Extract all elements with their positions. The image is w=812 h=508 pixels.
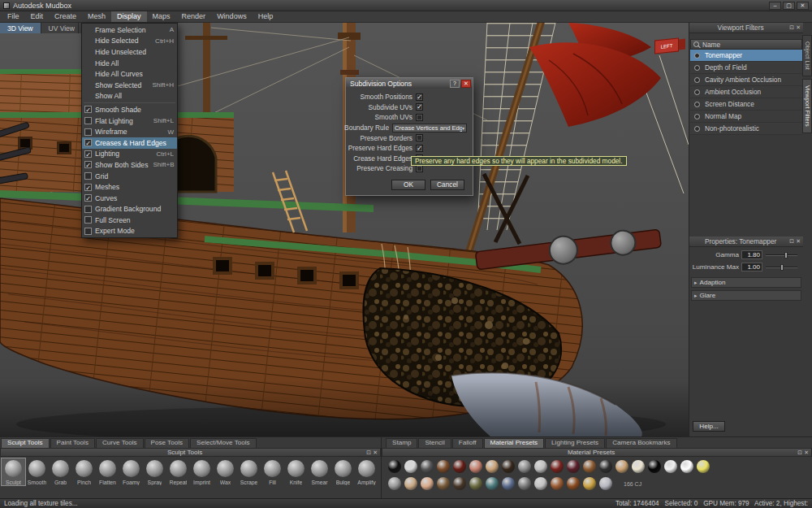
section-glare[interactable]: ▸Glare xyxy=(691,290,801,301)
tool-imprint[interactable]: Imprint xyxy=(190,458,214,485)
tool-spray[interactable]: Spray xyxy=(143,458,166,485)
filter-non-photorealistic[interactable]: Non-photorealistic xyxy=(690,123,802,135)
tray-tab-stamp[interactable]: Stamp xyxy=(386,438,417,448)
tray-tab-curve-tools[interactable]: Curve Tools xyxy=(96,438,144,448)
material-swatch[interactable] xyxy=(421,460,434,473)
filters-name-header[interactable]: Name xyxy=(690,39,802,50)
menu-display[interactable]: Display xyxy=(111,11,147,22)
menu-help[interactable]: Help xyxy=(253,11,279,22)
tool-smooth[interactable]: Smooth xyxy=(25,458,49,485)
menu-item-expert-mode[interactable]: Expert Mode xyxy=(82,226,177,237)
checkbox-preserve-borders[interactable] xyxy=(416,134,423,141)
material-swatch[interactable] xyxy=(437,460,450,473)
view-tab-3d-view[interactable]: 3D View xyxy=(0,23,41,33)
close-panel-icon[interactable]: ✕ xyxy=(796,238,801,245)
material-swatch[interactable] xyxy=(388,460,401,473)
material-swatch[interactable] xyxy=(502,477,515,490)
material-swatch[interactable] xyxy=(632,460,645,473)
material-swatch[interactable] xyxy=(388,477,401,490)
filter-toggle-icon[interactable] xyxy=(694,65,700,71)
tray-tab-sculpt-tools[interactable]: Sculpt Tools xyxy=(1,438,50,448)
material-swatch[interactable] xyxy=(567,460,580,473)
float-panel-icon[interactable]: ⊡ xyxy=(789,24,794,31)
dropdown-boundary-rule[interactable]: Crease Vertices and Edges▾ xyxy=(392,124,467,132)
slider-luminance-max[interactable] xyxy=(766,267,797,268)
material-swatch[interactable] xyxy=(648,460,661,473)
tool-pinch[interactable]: Pinch xyxy=(72,458,96,485)
tool-wax[interactable]: Wax xyxy=(214,458,237,485)
filter-toggle-icon[interactable] xyxy=(694,89,700,95)
filter-depth-of-field[interactable]: Depth of Field xyxy=(690,62,802,74)
tool-fill[interactable]: Fill xyxy=(261,458,284,485)
checkbox-preserve-creasing[interactable] xyxy=(416,165,423,172)
checkbox-smooth-uvs[interactable] xyxy=(416,114,423,121)
tray-tab-lighting-presets[interactable]: Lighting Presets xyxy=(545,438,605,448)
menu-item-grid[interactable]: Grid xyxy=(82,171,177,182)
checkbox-subdivide-uvs[interactable]: ✓ xyxy=(416,103,423,111)
material-swatch[interactable] xyxy=(453,460,466,473)
menu-item-gradient-background[interactable]: Gradient Background xyxy=(82,204,177,215)
filter-cavity-ambient-occlusion[interactable]: Cavity Ambient Occlusion xyxy=(690,74,802,86)
material-swatch[interactable] xyxy=(421,477,434,490)
menu-render[interactable]: Render xyxy=(176,11,212,22)
checkbox-preserve-hard-edges[interactable]: ✓ xyxy=(416,145,423,152)
tray-tab-stencil[interactable]: Stencil xyxy=(418,438,451,448)
menu-item-flat-lighting[interactable]: Flat LightingShift+L xyxy=(82,115,177,127)
menu-item-hide-all-curves[interactable]: Hide All Curves xyxy=(82,68,177,80)
tray-tab-falloff[interactable]: Falloff xyxy=(452,438,483,448)
filter-tonemapper[interactable]: Tonemapper xyxy=(690,50,802,62)
filter-toggle-icon[interactable] xyxy=(694,126,700,132)
checkbox-smooth-positions[interactable]: ✓ xyxy=(416,93,423,101)
menu-item-meshes[interactable]: ✓Meshes xyxy=(82,181,177,193)
material-swatch[interactable] xyxy=(583,460,596,473)
ok-button[interactable]: OK xyxy=(391,180,425,190)
menu-item-show-all[interactable]: Show All xyxy=(82,91,177,102)
menu-mesh[interactable]: Mesh xyxy=(82,11,111,22)
close-panel-icon[interactable]: ✕ xyxy=(796,24,801,31)
section-adaption[interactable]: ▸Adaption xyxy=(691,277,801,288)
tray-tab-camera-bookmarks[interactable]: Camera Bookmarks xyxy=(606,438,677,448)
maximize-button[interactable]: ▢ xyxy=(783,2,795,10)
filter-ambient-occlusion[interactable]: Ambient Occlusion xyxy=(690,86,802,98)
material-swatch[interactable] xyxy=(486,460,499,473)
help-button[interactable]: Help... xyxy=(693,421,725,432)
menu-maps[interactable]: Maps xyxy=(147,11,176,22)
dialog-help-icon[interactable]: ? xyxy=(450,80,460,88)
float-panel-icon[interactable]: ⊡ xyxy=(789,238,794,245)
minimize-button[interactable]: – xyxy=(769,2,781,10)
tool-bulge[interactable]: Bulge xyxy=(331,458,355,485)
material-swatch[interactable] xyxy=(615,460,628,473)
material-swatch[interactable] xyxy=(518,460,531,473)
material-swatch[interactable] xyxy=(551,477,564,490)
menu-file[interactable]: File xyxy=(2,11,25,22)
filter-toggle-icon[interactable] xyxy=(694,77,700,83)
tool-sculpt[interactable]: Sculpt xyxy=(2,458,25,485)
slider-handle[interactable] xyxy=(780,264,784,271)
material-swatch[interactable] xyxy=(453,477,466,490)
material-swatch[interactable] xyxy=(404,460,417,473)
material-swatch[interactable] xyxy=(599,460,612,473)
filter-normal-map[interactable]: Normal Map xyxy=(690,111,802,123)
viewcube[interactable]: LEFT xyxy=(654,37,679,54)
filter-screen-distance[interactable]: Screen Distance xyxy=(690,98,802,111)
material-swatch[interactable] xyxy=(534,460,547,473)
material-swatch[interactable] xyxy=(486,477,499,490)
tray-tab-material-presets[interactable]: Material Presets xyxy=(484,438,544,448)
value-field-gamma[interactable]: 1.80 xyxy=(741,250,762,259)
menu-create[interactable]: Create xyxy=(49,11,82,22)
tool-repeat[interactable]: Repeat xyxy=(166,458,190,485)
dialog-titlebar[interactable]: Subdivision Options ? ✕ xyxy=(346,78,473,89)
dialog-close-icon[interactable]: ✕ xyxy=(461,80,471,88)
filter-toggle-icon[interactable] xyxy=(694,114,700,119)
material-swatch[interactable] xyxy=(534,477,547,490)
material-swatch[interactable] xyxy=(518,477,531,490)
side-tab-object-list[interactable]: Object List xyxy=(802,35,812,76)
slider-handle[interactable] xyxy=(784,252,788,258)
tool-grab[interactable]: Grab xyxy=(49,458,72,485)
menu-edit[interactable]: Edit xyxy=(25,11,50,22)
filter-toggle-icon[interactable] xyxy=(694,102,700,107)
material-swatch[interactable] xyxy=(404,477,417,490)
slider-gamma[interactable] xyxy=(766,254,797,256)
menu-item-curves[interactable]: ✓Curves xyxy=(82,193,177,204)
menu-item-smooth-shade[interactable]: ✓Smooth Shade xyxy=(82,104,177,115)
